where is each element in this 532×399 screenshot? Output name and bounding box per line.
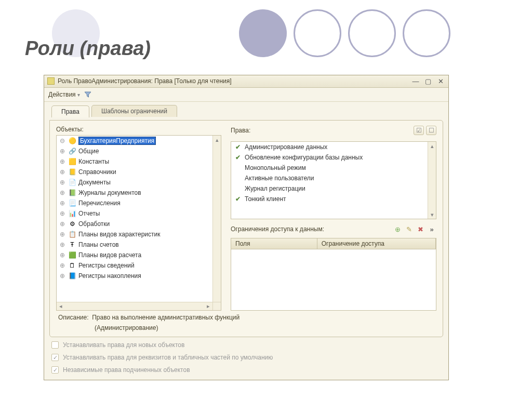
tree-item-label[interactable]: Отчеты <box>78 210 100 217</box>
expand-icon[interactable]: ⊕ <box>59 200 66 207</box>
scrollbar-v[interactable]: ▴ ▾ <box>428 142 436 219</box>
expand-icon[interactable]: ⊕ <box>59 231 66 238</box>
tab-strip: Права Шаблоны ограничений <box>51 105 443 117</box>
tree-icon: 📄 <box>68 179 76 186</box>
tree-icon: ⚙ <box>68 220 76 228</box>
description: Описание: Право на выполнение администра… <box>56 314 436 321</box>
tab-templates[interactable]: Шаблоны ограничений <box>91 105 177 117</box>
tree-icon: 🟩 <box>68 251 76 259</box>
option-independent-rights[interactable]: ✓ Независимые права подчиненных объектов <box>49 365 443 375</box>
scroll-up-icon[interactable]: ▴ <box>428 142 436 150</box>
config-icon: 🟡 <box>68 137 76 144</box>
filter-icon[interactable] <box>83 90 92 99</box>
tree-item-label[interactable]: Константы <box>78 158 109 165</box>
tree-item-label[interactable]: Планы видов характеристик <box>78 231 160 238</box>
more-restriction-button[interactable]: » <box>427 224 436 234</box>
tree-item-label[interactable]: Регистры накопления <box>78 272 141 280</box>
restrictions-label: Ограничения доступа к данным: <box>231 225 324 233</box>
expand-icon[interactable]: ⊕ <box>59 148 66 155</box>
check-icon: ✔ <box>234 154 242 161</box>
expand-icon[interactable]: ⊕ <box>59 168 66 176</box>
expand-icon[interactable]: ⊕ <box>59 272 66 280</box>
collapse-icon[interactable]: ⊖ <box>59 137 66 144</box>
tree-icon: 📊 <box>68 210 76 217</box>
expand-icon[interactable]: ⊕ <box>59 251 66 259</box>
expand-icon[interactable]: ⊕ <box>59 262 66 269</box>
tree-item-label[interactable]: Общие <box>78 148 99 155</box>
rights-item[interactable]: Тонкий клиент <box>245 195 286 203</box>
toolbar: Действия ▾ <box>44 88 448 102</box>
tree-icon: 📋 <box>68 231 76 238</box>
tree-root-label[interactable]: БухгалтерияПредприятия <box>78 137 156 145</box>
grid-col-restriction[interactable]: Ограничение доступа <box>317 238 435 249</box>
tree-item-label[interactable]: Документы <box>78 179 111 186</box>
expand-icon[interactable]: ⊕ <box>59 179 66 186</box>
scroll-right-icon[interactable]: ▸ <box>204 302 212 310</box>
tree-item-label[interactable]: Планы видов расчета <box>78 251 141 259</box>
delete-restriction-button[interactable]: ✖ <box>416 224 425 234</box>
objects-label: Объекты: <box>56 126 221 133</box>
grid-col-fields[interactable]: Поля <box>231 238 317 249</box>
window-title: Роль ПравоАдминистрирования: Права [Толь… <box>58 77 232 85</box>
rights-item[interactable]: Монопольный режим <box>245 164 306 171</box>
tree-item-label[interactable]: Регистры сведений <box>78 262 135 269</box>
expand-icon[interactable]: ⊕ <box>59 220 66 228</box>
tree-item-label[interactable]: Обработки <box>78 220 110 228</box>
rights-list[interactable]: ✔Администрирование данных ✔Обновление ко… <box>231 141 436 219</box>
check-icon: ✔ <box>234 143 242 151</box>
tree-item-label[interactable]: Планы счетов <box>78 241 119 248</box>
scrollbar-v[interactable]: ▴ ▾ <box>212 136 221 310</box>
tree-icon: Ŧ <box>68 241 76 248</box>
restrictions-grid[interactable]: Поля Ограничение доступа <box>231 238 436 311</box>
scroll-down-icon[interactable]: ▾ <box>428 210 436 219</box>
tree-icon: 🟨 <box>68 158 76 165</box>
edit-restriction-button[interactable]: ✎ <box>404 224 414 234</box>
objects-tree[interactable]: ⊖ 🟡 БухгалтерияПредприятия ⊕🔗Общие ⊕🟨Кон… <box>56 135 221 311</box>
rights-item[interactable]: Администрирование данных <box>245 143 327 151</box>
tree-icon: 🔗 <box>68 148 76 155</box>
minimize-button[interactable]: — <box>411 77 420 85</box>
tree-icon: 📒 <box>68 168 76 176</box>
rights-item[interactable]: Активные пользователи <box>245 175 314 182</box>
expand-icon[interactable]: ⊕ <box>59 210 66 217</box>
slide-title: Роли (права) <box>25 37 151 60</box>
add-restriction-button[interactable]: ⊕ <box>393 224 402 234</box>
window-icon <box>47 77 55 85</box>
description-line2: (Администрирование) <box>56 324 436 331</box>
uncheck-all-button[interactable]: ☐ <box>426 126 436 135</box>
tree-item-label[interactable]: Журналы документов <box>78 189 141 196</box>
tree-icon: 📘 <box>68 272 76 280</box>
scroll-up-icon[interactable]: ▴ <box>213 136 221 144</box>
tree-icon: 🗒 <box>68 262 76 269</box>
tree-item-label[interactable]: Перечисления <box>78 200 121 207</box>
tree-icon: 📗 <box>68 189 76 196</box>
check-icon: ✔ <box>234 195 242 203</box>
checkbox-icon[interactable]: ✓ <box>51 354 59 361</box>
scroll-left-icon[interactable]: ◂ <box>57 302 65 310</box>
tree-icon: 📃 <box>68 200 76 207</box>
tab-rights[interactable]: Права <box>51 105 89 117</box>
tree-root[interactable]: ⊖ 🟡 БухгалтерияПредприятия <box>57 136 212 146</box>
rights-item[interactable]: Журнал регистрации <box>245 185 305 192</box>
option-new-objects[interactable]: Устанавливать права для новых объектов <box>49 340 443 350</box>
rights-label: Права: <box>231 127 250 134</box>
scrollbar-h[interactable]: ◂ ▸ <box>57 302 212 310</box>
window-titlebar: Роль ПравоАдминистрирования: Права [Толь… <box>44 75 448 88</box>
actions-menu[interactable]: Действия ▾ <box>48 91 80 98</box>
maximize-button[interactable]: ▢ <box>423 77 433 85</box>
checkbox-icon[interactable]: ✓ <box>51 366 59 374</box>
expand-icon[interactable]: ⊕ <box>59 189 66 196</box>
role-rights-window: Роль ПравоАдминистрирования: Права [Толь… <box>44 75 449 380</box>
expand-icon[interactable]: ⊕ <box>59 158 66 165</box>
tree-item-label[interactable]: Справочники <box>78 168 116 176</box>
checkbox-icon[interactable] <box>51 341 59 349</box>
expand-icon[interactable]: ⊕ <box>59 241 66 248</box>
rights-item[interactable]: Обновление конфигурации базы данных <box>245 154 363 161</box>
close-button[interactable]: ✕ <box>436 77 445 85</box>
check-all-button[interactable]: ☑ <box>414 126 424 135</box>
option-default-attrs[interactable]: ✓ Устанавливать права для реквизитов и т… <box>49 353 443 362</box>
